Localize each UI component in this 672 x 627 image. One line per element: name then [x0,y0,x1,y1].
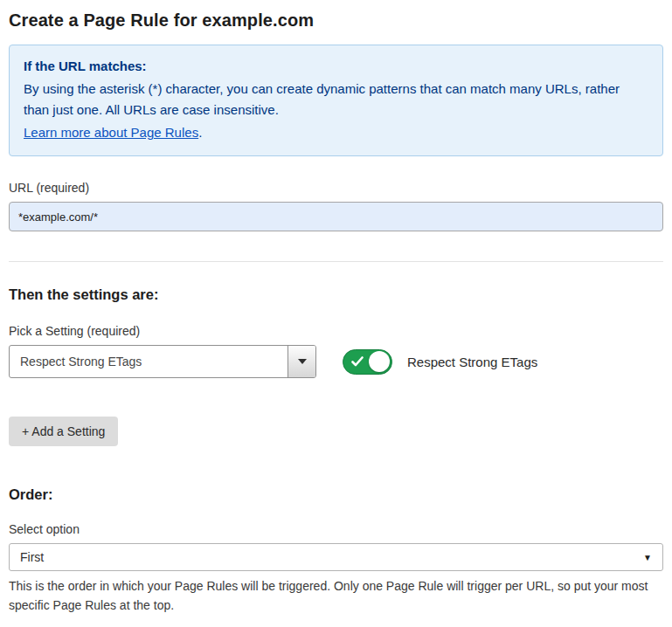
page-title: Create a Page Rule for example.com [9,10,663,31]
order-heading: Order: [9,486,663,503]
chevron-down-icon: ▼ [643,553,652,562]
toggle-label: Respect Strong ETags [407,355,537,369]
info-box-body: By using the asterisk (*) character, you… [24,79,635,121]
info-box-link-line: Learn more about Page Rules. [24,122,648,143]
check-icon [351,356,364,367]
url-label: URL (required) [9,181,663,195]
setting-select-arrow-button[interactable] [288,346,315,377]
order-help-text: This is the order in which your Page Rul… [9,576,655,615]
order-select[interactable]: First ▼ [9,543,663,571]
url-match-info-box: If the URL matches: By using the asteris… [9,45,663,156]
toggle-knob [369,351,390,372]
setting-select[interactable]: Respect Strong ETags [9,345,316,378]
etags-toggle[interactable] [343,349,392,375]
info-box-heading: If the URL matches: [24,56,648,77]
setting-row: Respect Strong ETags Respect Strong ETag… [9,345,663,378]
setting-select-value: Respect Strong ETags [10,346,288,377]
order-select-value: First [20,550,44,564]
learn-more-link[interactable]: Learn more about Page Rules [24,125,198,140]
order-select-label: Select option [9,522,663,536]
section-divider [9,261,663,262]
settings-heading: Then the settings are: [9,286,663,303]
add-setting-button[interactable]: + Add a Setting [9,417,118,446]
page-rule-form: Create a Page Rule for example.com If th… [0,0,672,627]
pick-setting-label: Pick a Setting (required) [9,324,663,338]
chevron-down-icon [298,359,307,364]
url-input[interactable] [9,202,663,231]
link-period: . [198,125,202,140]
